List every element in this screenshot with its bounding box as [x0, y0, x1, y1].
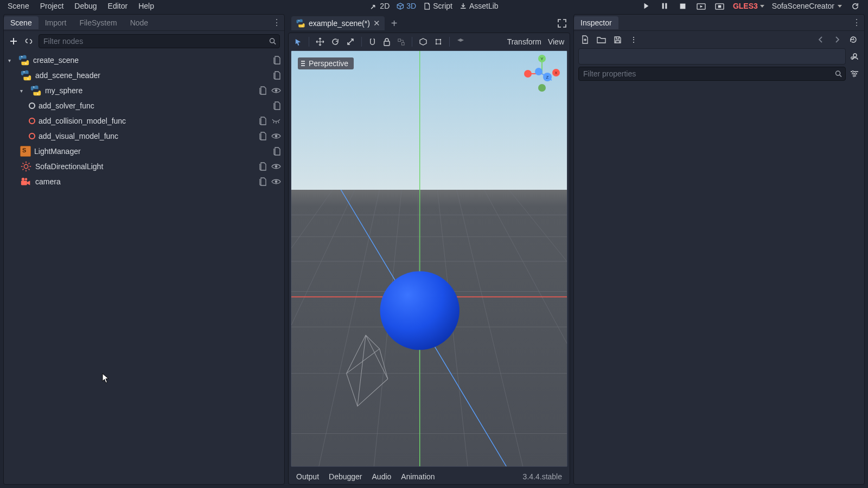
- lock-tool-icon[interactable]: [383, 38, 391, 46]
- bottom-tab-debugger[interactable]: Debugger: [329, 472, 362, 481]
- tree-row[interactable]: add_visual_model_func: [5, 129, 284, 144]
- tree-row[interactable]: add_scene_header: [5, 68, 284, 83]
- panel-options-icon[interactable]: ⋮: [272, 17, 281, 28]
- svg-rect-0: [662, 3, 664, 9]
- orientation-gizmo[interactable]: Y X Z: [522, 54, 561, 93]
- new-resource-icon[interactable]: [579, 34, 590, 45]
- tree-row[interactable]: SofaDirectionalLight: [5, 159, 284, 174]
- visibility-icon[interactable]: [271, 133, 281, 139]
- collapse-icon[interactable]: ▾: [8, 57, 14, 63]
- refresh-button[interactable]: [850, 1, 860, 11]
- svg-point-21: [298, 20, 299, 21]
- filter-options-icon[interactable]: [849, 68, 860, 79]
- workspace-label: SofaSceneCreator: [772, 2, 834, 10]
- select-tool-icon[interactable]: [294, 38, 302, 46]
- play-button[interactable]: [641, 1, 652, 11]
- renderer-selector[interactable]: GLES3: [733, 2, 764, 10]
- history-prev-icon[interactable]: [815, 34, 826, 45]
- close-tab-icon[interactable]: ✕: [373, 18, 380, 28]
- instance-scene-button[interactable]: [23, 36, 34, 47]
- script-open-icon[interactable]: [273, 56, 281, 65]
- distraction-free-icon[interactable]: [557, 18, 567, 28]
- visibility-icon[interactable]: [271, 87, 281, 94]
- bottom-tab-animation[interactable]: Animation: [401, 472, 435, 481]
- misc-tool-icon[interactable]: [456, 37, 465, 46]
- object-name-field[interactable]: [578, 48, 846, 65]
- make-unique-icon[interactable]: [849, 51, 860, 62]
- group-tool-icon[interactable]: [397, 38, 405, 46]
- script-open-icon[interactable]: [259, 132, 267, 140]
- separator: [309, 37, 309, 47]
- mode-script[interactable]: Script: [423, 2, 452, 10]
- tree-row[interactable]: add_collision_model_func: [5, 113, 284, 129]
- visibility-icon[interactable]: [271, 163, 281, 170]
- menu-scene[interactable]: Scene: [2, 1, 35, 11]
- perspective-badge[interactable]: Perspective: [298, 57, 354, 69]
- tree-row[interactable]: camera: [5, 174, 284, 189]
- snap-tool-icon[interactable]: [368, 38, 376, 46]
- add-scene-tab[interactable]: +: [391, 17, 398, 30]
- svg-point-8: [25, 63, 27, 64]
- mode-2d[interactable]: 2D: [369, 2, 390, 10]
- menu-editor[interactable]: Editor: [103, 1, 133, 11]
- bullet-icon: [29, 102, 35, 109]
- tree-row[interactable]: LightManager: [5, 144, 284, 159]
- script-open-icon[interactable]: [273, 147, 281, 156]
- visibility-icon[interactable]: [271, 178, 281, 185]
- scene-tab[interactable]: example_scene(*) ✕: [291, 16, 385, 30]
- history-icon[interactable]: [848, 34, 859, 45]
- viewport-3d[interactable]: Perspective Y X Z: [291, 50, 567, 467]
- pause-button[interactable]: [659, 1, 670, 11]
- script-open-icon[interactable]: [273, 101, 281, 110]
- play-scene-button[interactable]: [696, 1, 707, 11]
- mode-assetlib[interactable]: AssetLib: [459, 2, 499, 10]
- filter-nodes-input[interactable]: [39, 34, 280, 48]
- tree-row[interactable]: ▾ my_sphere: [5, 83, 284, 98]
- tab-filesystem[interactable]: FileSystem: [73, 16, 123, 29]
- script-open-icon[interactable]: [259, 86, 267, 95]
- save-resource-icon[interactable]: [612, 34, 623, 45]
- workspace-selector[interactable]: SofaSceneCreator: [772, 2, 842, 10]
- history-next-icon[interactable]: [832, 34, 843, 45]
- resource-options-icon[interactable]: ⋮: [628, 34, 639, 45]
- snap-options-icon[interactable]: [434, 37, 443, 46]
- scene-tree[interactable]: ▾ create_scene add_scene_header ▾ my_sph…: [4, 52, 284, 484]
- mode-3d[interactable]: 3D: [396, 2, 416, 10]
- filter-properties-input[interactable]: [578, 67, 846, 81]
- arrow-upright-icon: [369, 2, 378, 10]
- python-icon: [30, 85, 42, 97]
- tree-row[interactable]: ▾ create_scene: [5, 53, 284, 68]
- panel-options-icon[interactable]: ⋮: [852, 17, 861, 28]
- menu-project[interactable]: Project: [35, 1, 69, 11]
- tab-inspector[interactable]: Inspector: [574, 16, 618, 29]
- tab-scene[interactable]: Scene: [4, 16, 39, 29]
- load-resource-icon[interactable]: [596, 34, 607, 45]
- menu-help[interactable]: Help: [133, 1, 159, 11]
- move-tool-icon[interactable]: [316, 37, 324, 46]
- separator: [361, 37, 362, 47]
- svg-point-10: [28, 78, 29, 79]
- view-menu[interactable]: View: [548, 37, 564, 46]
- script-open-icon[interactable]: [259, 117, 267, 125]
- bottom-tab-audio[interactable]: Audio: [372, 472, 392, 481]
- collapse-icon[interactable]: ▾: [20, 88, 25, 94]
- mode-3d-label: 3D: [406, 2, 416, 10]
- visibility-collapsed-icon[interactable]: [271, 118, 281, 124]
- rotate-tool-icon[interactable]: [331, 37, 340, 46]
- svg-point-51: [380, 271, 459, 350]
- scale-tool-icon[interactable]: [346, 37, 355, 46]
- script-open-icon[interactable]: [259, 177, 267, 186]
- bottom-tab-output[interactable]: Output: [296, 472, 319, 481]
- script-open-icon[interactable]: [259, 162, 267, 171]
- script-open-icon[interactable]: [273, 71, 281, 80]
- stop-button[interactable]: [678, 1, 688, 11]
- local-space-icon[interactable]: [419, 37, 427, 46]
- tab-node[interactable]: Node: [124, 16, 155, 29]
- menu-debug[interactable]: Debug: [69, 1, 102, 11]
- transform-menu[interactable]: Transform: [507, 37, 541, 46]
- svg-point-9: [23, 72, 24, 73]
- tab-import[interactable]: Import: [39, 16, 73, 29]
- tree-row[interactable]: add_solver_func: [5, 98, 284, 113]
- play-custom-scene-button[interactable]: [714, 1, 725, 11]
- add-node-button[interactable]: [8, 36, 19, 47]
